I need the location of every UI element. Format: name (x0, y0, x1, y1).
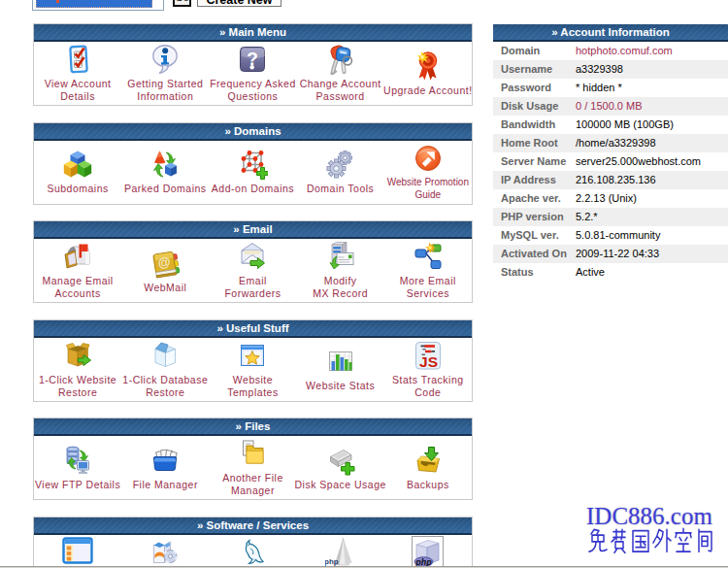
svg-text:JS: JS (419, 352, 438, 369)
svg-text:@: @ (157, 253, 172, 270)
svg-text:php: php (325, 557, 339, 566)
